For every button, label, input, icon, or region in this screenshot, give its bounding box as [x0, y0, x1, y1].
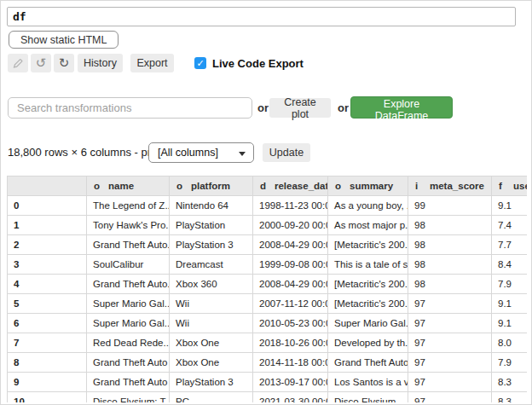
cell-summary: Grand Theft Auto...	[328, 353, 408, 373]
table-row: 0The Legend of Z...Nintendo 641998-11-23…	[8, 196, 528, 216]
update-button[interactable]: Update	[263, 143, 310, 162]
data-table: onameoplatformdrelease_dateosummaryimeta…	[7, 176, 527, 402]
cell-name: Grand Theft Auto...	[87, 235, 170, 255]
or-separator: or	[338, 101, 349, 114]
cell-user_score: 8.0	[492, 333, 528, 353]
cell-name: Super Mario Gal...	[87, 314, 170, 333]
cell-meta_score: 98	[408, 216, 492, 235]
row-index: 4	[8, 275, 87, 294]
table-row: 1Tony Hawk's Pro...PlayStation2000-09-20…	[8, 216, 528, 235]
cell-name: Grand Theft Auto...	[87, 275, 170, 294]
history-button[interactable]: History	[78, 54, 123, 72]
cell-meta_score: 97	[408, 392, 492, 403]
table-row: 10Disco Elysium: T...PC2021-03-30 00:0..…	[8, 392, 528, 403]
table-row: 5Super Mario Gal...Wii2007-11-12 00:0...…	[8, 294, 528, 314]
cell-summary: This is a tale of s...	[328, 255, 408, 275]
cell-user_score: 9.1	[492, 314, 528, 333]
cell-release_date: 2021-03-30 00:0...	[253, 392, 328, 403]
or-separator: or	[257, 101, 269, 114]
column-header-platform: oplatform	[170, 176, 253, 196]
cell-summary: As most major p...	[328, 216, 408, 235]
row-index: 8	[8, 353, 87, 373]
cell-name: The Legend of Z...	[87, 196, 170, 216]
column-header-release_date: drelease_date	[253, 176, 328, 196]
columns-select[interactable]: [All columns]	[148, 142, 254, 163]
table-row: 8Grand Theft Auto VXbox One2014-11-18 00…	[8, 353, 528, 373]
cell-meta_score: 97	[408, 373, 492, 392]
column-header-user_score: fuser_score	[492, 176, 528, 196]
cell-platform: Xbox One	[170, 333, 253, 353]
search-transformations-input[interactable]	[8, 97, 252, 119]
explore-dataframe-button[interactable]: Explore DataFrame	[350, 96, 453, 119]
undo-button[interactable]: ↺	[31, 54, 51, 72]
code-cell-input[interactable]	[7, 7, 516, 26]
pencil-icon	[13, 58, 23, 69]
cell-summary: [Metacritic's 200...	[328, 235, 408, 255]
edit-button[interactable]	[8, 54, 28, 72]
column-header-meta_score: imeta_score	[408, 176, 492, 196]
cell-release_date: 2008-04-29 00:0...	[253, 235, 328, 255]
row-index: 5	[8, 294, 87, 314]
cell-release_date: 1998-11-23 00:0...	[253, 196, 328, 216]
cell-release_date: 2010-05-23 00:0...	[253, 314, 328, 333]
create-plot-button[interactable]: Create plot	[269, 98, 331, 118]
cell-name: Grand Theft Auto V	[87, 373, 170, 392]
cell-name: Grand Theft Auto V	[87, 353, 170, 373]
export-button[interactable]: Export	[130, 54, 174, 72]
cell-release_date: 2000-09-20 00:0...	[253, 216, 328, 235]
show-static-html-button[interactable]: Show static HTML	[9, 31, 119, 49]
cell-name: Super Mario Gal...	[87, 294, 170, 314]
live-code-export-label: Live Code Export	[212, 57, 304, 70]
cell-meta_score: 97	[408, 333, 492, 353]
cell-platform: Wii	[170, 294, 253, 314]
cell-summary: [Metacritic's 200...	[328, 294, 408, 314]
row-index: 2	[8, 235, 87, 255]
caret-down-icon	[239, 152, 246, 156]
column-header-name: oname	[87, 176, 170, 196]
cell-name: Red Dead Rede...	[87, 333, 170, 353]
cell-platform: Dreamcast	[170, 255, 253, 275]
columns-select-value: [All columns]	[158, 147, 218, 159]
cell-name: Tony Hawk's Pro...	[87, 216, 170, 235]
redo-button[interactable]: ↻	[54, 54, 74, 72]
cell-user_score: 9.1	[492, 196, 528, 216]
cell-release_date: 2014-11-18 00:0...	[253, 353, 328, 373]
cell-summary: [Metacritic's 200...	[328, 275, 408, 294]
cell-meta_score: 98	[408, 255, 492, 275]
cell-summary: As a young boy, ...	[328, 196, 408, 216]
live-code-export-checkbox[interactable]: ✓	[194, 57, 206, 69]
cell-platform: PC	[170, 392, 253, 403]
cell-user_score: 7.9	[492, 353, 528, 373]
dataframe-preview-table: onameoplatformdrelease_dateosummaryimeta…	[7, 176, 527, 402]
cell-user_score: 7.7	[492, 235, 528, 255]
row-index: 3	[8, 255, 87, 275]
table-row: 2Grand Theft Auto...PlayStation 32008-04…	[8, 235, 528, 255]
cell-user_score: 7.9	[492, 275, 528, 294]
cell-platform: PlayStation 3	[170, 373, 253, 392]
redo-icon: ↻	[59, 55, 70, 71]
column-header-summary: osummary	[328, 176, 408, 196]
cell-user_score: 8.3	[492, 373, 528, 392]
row-index: 7	[8, 333, 87, 353]
cell-release_date: 2008-04-29 00:0...	[253, 275, 328, 294]
row-index: 9	[8, 373, 87, 392]
row-index: 10	[8, 392, 87, 403]
row-index: 0	[8, 196, 87, 216]
table-row: 4Grand Theft Auto...Xbox 3602008-04-29 0…	[8, 275, 528, 294]
cell-meta_score: 97	[408, 314, 492, 333]
cell-release_date: 2018-10-26 00:0...	[253, 333, 328, 353]
table-row: 3SoulCaliburDreamcast1999-09-08 00:0...T…	[8, 255, 528, 275]
cell-platform: PlayStation 3	[170, 235, 253, 255]
cell-summary: Developed by th...	[328, 333, 408, 353]
table-row: 7Red Dead Rede...Xbox One2018-10-26 00:0…	[8, 333, 528, 353]
cell-meta_score: 97	[408, 294, 492, 314]
cell-summary: Los Santos is a v...	[328, 373, 408, 392]
cell-platform: Nintendo 64	[170, 196, 253, 216]
cell-release_date: 2007-11-12 00:0...	[253, 294, 328, 314]
row-index: 1	[8, 216, 87, 235]
dataframe-widget: Show static HTML ↺ ↻ History Export ✓ Li…	[0, 0, 532, 405]
cell-release_date: 2013-09-17 00:0...	[253, 373, 328, 392]
cell-summary: Super Mario Gal...	[328, 314, 408, 333]
cell-platform: Wii	[170, 314, 253, 333]
cell-summary: Disco Elysium - ...	[328, 392, 408, 403]
